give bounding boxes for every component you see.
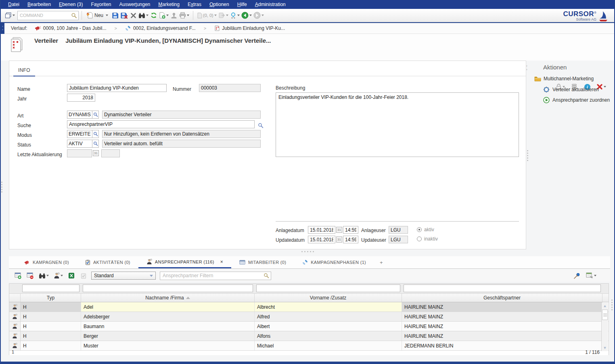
export-disabled-icon[interactable]	[218, 10, 229, 20]
calendar-icon[interactable]: 31	[93, 150, 99, 156]
forward-icon[interactable]	[253, 10, 265, 20]
window-instances-icon[interactable]	[4, 10, 16, 20]
print-icon[interactable]	[178, 10, 190, 20]
updateuser-input[interactable]	[389, 236, 408, 243]
add-row-icon[interactable]	[14, 271, 23, 280]
menu-auswertungen[interactable]: Auswertungen	[115, 0, 155, 9]
menu-favoriten[interactable]: Favoriten	[87, 0, 115, 9]
filter-typ-input[interactable]	[22, 285, 79, 292]
status-input[interactable]	[67, 140, 92, 148]
filter-vorname-input[interactable]	[256, 285, 400, 292]
aktionen-folder[interactable]: Multichannel-Marketing	[534, 76, 594, 82]
tab-ansprechpartner[interactable]: ANSPRECHPARTNER (116) ×	[138, 256, 231, 268]
view-select[interactable]: Standard	[91, 272, 156, 280]
jahr-input[interactable]	[67, 94, 95, 102]
clipboard-count-icon[interactable]: (0, 0)	[196, 10, 218, 20]
neu-caret[interactable]	[106, 15, 108, 16]
history-item-einladungsversand[interactable]: 0002, Einladungsversand F...	[123, 25, 197, 32]
menu-administration[interactable]: Administration	[251, 0, 290, 9]
collapse-handle-icon[interactable]: ‹›	[1, 23, 4, 34]
tab-close-icon[interactable]: ×	[220, 259, 223, 265]
grid-search-icon[interactable]	[38, 271, 50, 280]
person-search-icon[interactable]	[229, 10, 241, 20]
nummer-input[interactable]	[199, 84, 261, 92]
modus-desc[interactable]	[102, 130, 261, 138]
menu-optionen[interactable]: Optionen	[205, 0, 233, 9]
scroll-up-icon[interactable]: ▲	[602, 303, 608, 309]
refresh-icon[interactable]	[149, 10, 158, 20]
art-input[interactable]	[67, 111, 92, 119]
table-row[interactable]: H Adel Albrecht HAIRLINE MAINZ	[9, 302, 609, 312]
tab-mitarbeiter[interactable]: MITARBEITER (0)	[231, 256, 294, 268]
neu-button[interactable]: Neu	[85, 11, 105, 19]
menu-marketing[interactable]: Marketing	[154, 0, 184, 9]
tab-aktivitaeten[interactable]: AKTIVITÄTEN (0)	[77, 256, 138, 268]
anlagedatum-calendar-icon[interactable]: 31	[336, 227, 342, 233]
updatedatum-calendar-icon[interactable]: 31	[336, 236, 342, 243]
table-row[interactable]: H Berger Alfons HAIRLINE MAINZ	[9, 331, 609, 341]
radio-aktiv[interactable]	[417, 227, 422, 232]
add-document-icon[interactable]	[158, 10, 169, 20]
menu-bearbeiten[interactable]: Bearbeiten	[23, 0, 55, 9]
art-lookup-icon[interactable]	[92, 111, 99, 119]
save-close-icon[interactable]	[119, 10, 129, 20]
anlagedatum-input[interactable]	[308, 226, 335, 234]
column-geschaeftspartner[interactable]: Geschäftspartner	[402, 294, 602, 302]
beschreibung-textarea[interactable]: Einladungsverteiler VIP-Kunden für die 1…	[276, 92, 519, 157]
aktionen-collapse-handle[interactable]: ‹›	[526, 65, 527, 72]
grid-settings-icon[interactable]	[585, 271, 597, 280]
grid-filter-input[interactable]	[160, 273, 262, 278]
joystick-icon[interactable]	[169, 10, 178, 20]
updatezeit-input[interactable]	[343, 236, 358, 243]
column-nachname[interactable]: Nachname /Firma	[81, 294, 255, 302]
anlageuser-input[interactable]	[389, 226, 408, 234]
table-row[interactable]: H Muster Michael JEDERMANN BERLIN	[9, 341, 609, 351]
status-lookup-icon[interactable]	[92, 140, 99, 148]
tab-kampagnen[interactable]: KAMPAGNEN (0)	[16, 256, 77, 268]
right-splitter[interactable]	[611, 299, 613, 310]
grid-filter-search-icon[interactable]	[262, 271, 271, 280]
table-row[interactable]: H Adelsberger Alfred HAIRLINE MAINZ	[9, 312, 609, 322]
letzte-zeit-input[interactable]	[101, 149, 120, 157]
menu-datei[interactable]: Datei	[4, 0, 23, 9]
filter-nachname-input[interactable]	[83, 285, 253, 292]
grid-person-icon[interactable]	[53, 271, 64, 280]
command-input[interactable]	[18, 13, 69, 18]
delete-icon[interactable]	[129, 10, 138, 20]
menu-hilfe[interactable]: Hilfe	[233, 0, 251, 9]
radio-inaktiv[interactable]	[417, 236, 422, 241]
filter-geschaeftspartner-input[interactable]	[404, 285, 601, 292]
horizontal-splitter[interactable]	[301, 251, 314, 252]
save-icon[interactable]	[111, 10, 119, 20]
suche-input[interactable]	[67, 120, 255, 128]
menu-ebenen[interactable]: Ebenen (3)	[55, 0, 87, 9]
excel-export-icon[interactable]	[67, 271, 76, 280]
anlagezeit-input[interactable]	[343, 226, 358, 234]
table-scrollbar[interactable]: ▲ ▼	[601, 303, 608, 351]
scroll-down-icon[interactable]: ▼	[602, 345, 608, 351]
scroll-thumb[interactable]	[602, 310, 608, 320]
suche-lookup-icon[interactable]	[256, 121, 265, 130]
updatedatum-input[interactable]	[308, 236, 335, 243]
tab-info[interactable]: INFO	[13, 66, 35, 77]
remove-row-icon[interactable]	[26, 271, 35, 280]
table-row[interactable]: H Baumann Albert HAIRLINE MAINZ	[9, 322, 609, 331]
art-desc[interactable]	[102, 111, 261, 119]
action-verteiler-aktualisieren[interactable]: Verteiler aktualisieren	[543, 86, 599, 93]
search-binoculars-icon[interactable]	[138, 10, 149, 20]
name-input[interactable]	[67, 84, 167, 92]
back-icon[interactable]	[241, 10, 253, 20]
modus-input[interactable]	[67, 130, 92, 138]
command-search-icon[interactable]	[69, 10, 78, 20]
history-item-verteiler[interactable]: Jubiläum Einladung VIP-Ku...	[213, 25, 287, 32]
modus-lookup-icon[interactable]	[92, 130, 99, 138]
tab-kampagnenphasen[interactable]: KAMPAGNENPHASEN (1)	[294, 256, 374, 268]
history-item-kampagne[interactable]: 0009, 100 Jahre - Das Jubil...	[33, 25, 108, 32]
left-splitter[interactable]	[1, 182, 2, 192]
tab-add-button[interactable]: +	[374, 256, 389, 268]
column-vorname[interactable]: Vorname /Zusatz	[255, 294, 402, 302]
column-typ[interactable]: Typ	[21, 294, 81, 302]
menu-extras[interactable]: Extras	[184, 0, 205, 9]
status-desc[interactable]	[102, 140, 261, 148]
panel-splitter[interactable]	[527, 150, 528, 161]
